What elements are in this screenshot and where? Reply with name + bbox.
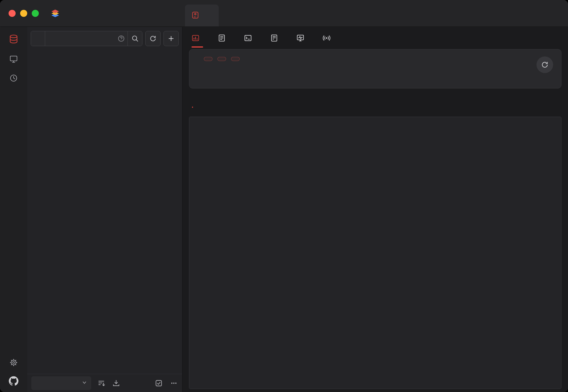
chart-svg	[377, 265, 558, 366]
chevron-down-icon	[82, 379, 87, 387]
flatten-list-icon[interactable]	[97, 379, 106, 387]
help-circle-icon[interactable]	[117, 35, 125, 42]
filter-type-button[interactable]	[31, 31, 45, 46]
more-icon[interactable]	[170, 379, 178, 387]
filter-group	[31, 31, 142, 46]
left-rail	[0, 27, 27, 392]
refresh-status-icon[interactable]	[537, 56, 553, 73]
connection-tab-icon	[192, 11, 199, 20]
maximize-window-button[interactable]	[32, 10, 39, 17]
stats-row	[199, 73, 552, 77]
tab-slow-log[interactable]	[270, 27, 282, 49]
key-tree	[27, 49, 182, 374]
activity-subtabs	[189, 95, 561, 112]
chart-memory	[191, 254, 374, 385]
chart-clients	[376, 120, 559, 252]
stat-keys	[375, 73, 463, 77]
minimize-window-button[interactable]	[20, 10, 27, 17]
add-key-icon[interactable]	[164, 31, 179, 46]
host-row	[199, 57, 552, 61]
sidebar	[27, 27, 182, 392]
history-rail-icon[interactable]	[9, 73, 18, 83]
chart-svg	[193, 265, 373, 366]
tab-console[interactable]	[244, 27, 256, 49]
version-badge	[204, 57, 212, 61]
stat-uptime	[199, 73, 287, 77]
connection-tab[interactable]	[185, 5, 219, 26]
chart-svg	[193, 132, 373, 233]
close-window-button[interactable]	[9, 10, 16, 17]
mode-badge	[217, 57, 226, 61]
chart-svg	[377, 132, 558, 233]
main-nav	[189, 27, 561, 49]
chart-network	[376, 254, 559, 385]
db-select[interactable]	[31, 376, 91, 390]
tab-monitor-commands[interactable]	[296, 27, 308, 49]
settings-gear-icon[interactable]	[9, 358, 18, 367]
sidebar-bottom-bar	[27, 374, 182, 392]
tab-status[interactable]	[192, 27, 203, 49]
tab-pub-sub[interactable]	[323, 27, 334, 49]
main-panel	[182, 27, 568, 392]
sidebar-bottom-right	[154, 379, 178, 387]
tab-key-detail[interactable]	[218, 27, 229, 49]
titlebar	[0, 0, 568, 27]
window-body	[0, 27, 568, 392]
app-window	[0, 0, 568, 392]
stat-memory	[463, 73, 552, 77]
github-icon[interactable]	[9, 376, 19, 386]
search-icon[interactable]	[128, 31, 142, 46]
reload-keys-icon[interactable]	[145, 31, 161, 46]
subtab-activity[interactable]	[192, 102, 193, 105]
traffic-lights	[9, 10, 39, 17]
charts-card	[189, 117, 561, 389]
role-badge	[231, 57, 240, 61]
app-logo-icon	[49, 8, 61, 19]
subtab-server-info[interactable]	[210, 102, 211, 105]
filter-input[interactable]	[45, 35, 117, 43]
close-tab-icon[interactable]	[209, 15, 212, 16]
databases-rail-icon[interactable]	[8, 34, 19, 45]
server-rail-icon[interactable]	[9, 54, 18, 64]
filter-toolbar	[27, 27, 182, 49]
export-icon[interactable]	[112, 379, 120, 387]
stat-clients	[287, 73, 375, 77]
checkbox-icon[interactable]	[154, 379, 163, 387]
server-status-card	[189, 49, 561, 88]
chart-commands-per-second	[191, 120, 374, 252]
